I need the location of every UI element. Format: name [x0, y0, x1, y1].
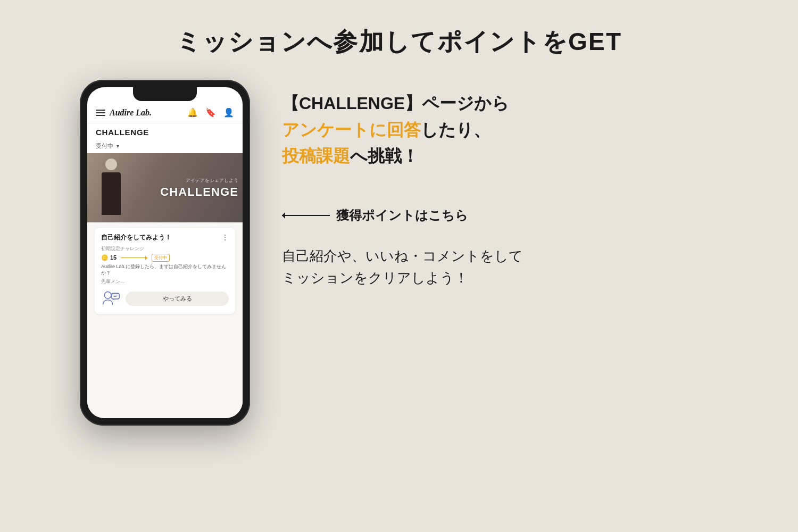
banner-text-area: アイデアをシェアしよう CHALLENGE	[160, 177, 238, 199]
card-senior: 先輩メン...	[101, 278, 229, 285]
app-header-icons: 🔔 🔖 👤	[187, 107, 234, 118]
card-status-badge: 受付中	[152, 254, 170, 262]
page-title: ミッションへ参加してポイントをGET	[176, 26, 622, 59]
card-points-row: 🪙 15 受付中	[101, 254, 229, 262]
description-block-top: 【CHALLENGE】ページから アンケートに回答したり、 投稿課題へ挑戦！	[282, 90, 718, 170]
desc-line-2-suffix: したり、	[421, 120, 491, 139]
card-description: Audire Lab.に登録したら、まずは自己紹介をしてみませんか？	[101, 263, 229, 277]
filter-row[interactable]: 受付中 ▼	[87, 140, 243, 153]
card-section: 自己紹介をしてみよう！ ⋮ 初期設定チャレンジ 🪙 15	[87, 222, 243, 418]
person-silhouette	[97, 159, 126, 217]
banner-person	[93, 153, 130, 222]
right-content: 【CHALLENGE】ページから アンケートに回答したり、 投稿課題へ挑戦！ 獲…	[282, 80, 718, 289]
person-body	[102, 172, 121, 202]
arrow-indicator	[121, 257, 147, 258]
desc-highlight-post: 投稿課題	[282, 146, 350, 165]
banner-subtitle: アイデアをシェアしよう	[160, 177, 238, 184]
person-legs	[102, 202, 121, 215]
bookmark-icon[interactable]: 🔖	[205, 107, 216, 118]
phone-screen: Audire Lab. 🔔 🔖 👤 CHALLENGE 受付中 ▼	[87, 87, 243, 418]
description-block-bottom: 獲得ポイントはこちら 自己紹介や、いいね・コメントをして ミッションをクリアしよ…	[282, 207, 718, 289]
challenge-section-label: CHALLENGE	[87, 123, 243, 140]
filter-arrow-icon: ▼	[115, 144, 120, 149]
banner-challenge-text: CHALLENGE	[160, 185, 238, 199]
challenge-banner: アイデアをシェアしよう CHALLENGE	[87, 153, 243, 222]
arrow-line	[121, 257, 147, 258]
filter-text: 受付中	[96, 142, 113, 150]
avatar	[101, 289, 120, 309]
desc-line-3-suffix: へ挑戦！	[350, 146, 419, 165]
app-header-left: Audire Lab.	[96, 108, 152, 118]
bottom-line-1: 自己紹介や、いいね・コメントをして	[282, 245, 718, 268]
desc-highlight-survey: アンケートに回答	[282, 120, 421, 139]
desc-line-3: 投稿課題へ挑戦！	[282, 143, 718, 170]
app-logo: Audire Lab.	[110, 108, 152, 118]
user-icon[interactable]: 👤	[223, 107, 234, 118]
hamburger-icon[interactable]	[96, 110, 105, 116]
points-badge: 🪙 15	[101, 254, 117, 261]
phone-frame: Audire Lab. 🔔 🔖 👤 CHALLENGE 受付中 ▼	[80, 80, 250, 426]
try-button[interactable]: やってみる	[126, 292, 229, 306]
bell-icon[interactable]: 🔔	[187, 107, 198, 118]
card-header: 自己紹介をしてみよう！ ⋮	[101, 233, 229, 242]
person-head	[105, 159, 117, 170]
points-value: 15	[110, 254, 117, 261]
svg-rect-1	[112, 293, 119, 299]
desc-line-1: 【CHALLENGE】ページから	[282, 90, 718, 117]
arrow-annotation: 獲得ポイントはこちら	[282, 207, 718, 224]
annotation-arrow-line	[282, 215, 330, 216]
svg-point-0	[104, 292, 111, 298]
annotation-text: 獲得ポイントはこちら	[336, 207, 468, 224]
card-bottom: やってみる	[101, 289, 229, 309]
challenge-card: 自己紹介をしてみよう！ ⋮ 初期設定チャレンジ 🪙 15	[95, 228, 235, 314]
card-title: 自己紹介をしてみよう！	[101, 233, 221, 242]
desc-line-2: アンケートに回答したり、	[282, 117, 718, 144]
bottom-text: 自己紹介や、いいね・コメントをして ミッションをクリアしよう！	[282, 245, 718, 289]
content-area: Audire Lab. 🔔 🔖 👤 CHALLENGE 受付中 ▼	[80, 80, 718, 426]
card-menu-icon[interactable]: ⋮	[221, 233, 229, 242]
phone-notch	[133, 87, 197, 101]
card-meta: 初期設定チャレンジ	[101, 245, 229, 252]
bottom-line-2: ミッションをクリアしよう！	[282, 267, 718, 289]
phone-mockup: Audire Lab. 🔔 🔖 👤 CHALLENGE 受付中 ▼	[80, 80, 250, 426]
coin-icon: 🪙	[101, 254, 109, 261]
